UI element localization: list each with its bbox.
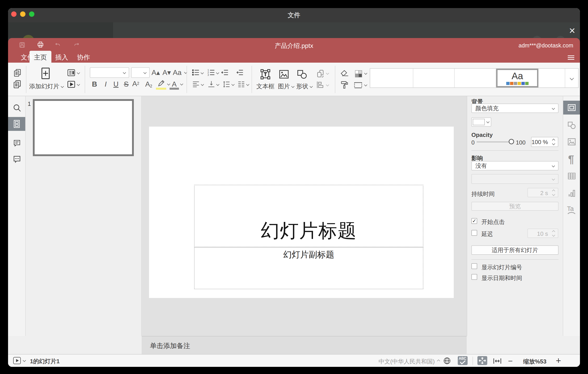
chevron-down-icon[interactable] xyxy=(364,72,367,75)
theme-thumbnail[interactable] xyxy=(538,69,565,88)
change-case-button[interactable]: Aa xyxy=(172,68,183,77)
chevron-up-icon[interactable] xyxy=(552,139,555,142)
bullet-list-icon[interactable] xyxy=(192,69,200,76)
notes-area[interactable]: 单击添加备注 xyxy=(142,336,467,354)
chevron-down-icon[interactable] xyxy=(552,193,555,196)
slide-settings-tab[interactable] xyxy=(563,101,580,115)
insert-shape-icon[interactable] xyxy=(297,69,307,79)
tab-collaboration[interactable]: 协作 xyxy=(75,52,92,63)
highlight-color-icon[interactable] xyxy=(157,79,165,87)
increase-font-button[interactable]: A▴ xyxy=(150,68,161,77)
chevron-down-icon[interactable] xyxy=(231,83,235,86)
line-spacing-icon[interactable] xyxy=(222,80,231,88)
chevron-down-icon[interactable] xyxy=(201,83,204,86)
delay-spinner[interactable]: 10 s xyxy=(527,229,558,238)
columns-icon[interactable] xyxy=(237,80,245,88)
horizontal-align-icon[interactable] xyxy=(192,80,200,88)
background-fill-select[interactable]: 颜色填充 xyxy=(471,104,558,113)
theme-thumbnail[interactable] xyxy=(413,69,455,88)
chevron-down-icon[interactable] xyxy=(246,83,249,86)
insert-shape-button[interactable]: 形状 xyxy=(293,82,315,90)
slide-layout-icon[interactable] xyxy=(67,69,75,77)
font-color-button[interactable]: A xyxy=(170,80,178,88)
clear-style-icon[interactable] xyxy=(340,70,349,77)
chevron-down-icon[interactable] xyxy=(180,82,183,86)
copy-style-icon[interactable] xyxy=(340,80,349,89)
opacity-slider[interactable] xyxy=(476,138,514,146)
font-size-select[interactable] xyxy=(131,67,150,78)
slides-panel-tab[interactable] xyxy=(8,117,25,131)
font-name-select[interactable] xyxy=(90,67,129,78)
spell-check-button[interactable]: ABC xyxy=(458,356,468,365)
background-color-picker[interactable] xyxy=(471,117,491,127)
chevron-down-icon[interactable] xyxy=(326,72,329,75)
globe-icon[interactable] xyxy=(443,357,451,365)
image-settings-icon[interactable] xyxy=(567,138,576,146)
slide-canvas[interactable]: 幻灯片标题 幻灯片副标题 xyxy=(149,127,454,298)
chevron-down-icon[interactable] xyxy=(326,83,329,86)
opacity-spinner[interactable]: 100 % xyxy=(531,137,558,147)
tab-insert[interactable]: 插入 xyxy=(54,52,70,63)
chevron-up-icon[interactable] xyxy=(552,230,555,233)
chevron-down-icon[interactable] xyxy=(167,82,170,86)
fit-to-width-button[interactable] xyxy=(493,358,502,364)
start-slideshow-icon[interactable] xyxy=(67,80,75,88)
add-slide-icon[interactable] xyxy=(41,67,51,80)
text-art-settings-icon[interactable]: Ta xyxy=(567,205,577,215)
delay-checkbox[interactable] xyxy=(471,230,477,236)
show-slide-number-checkbox[interactable] xyxy=(471,263,477,269)
close-icon[interactable]: ✕ xyxy=(567,26,577,36)
chevron-up-icon[interactable] xyxy=(552,189,555,193)
theme-thumbnail-selected[interactable]: Aa xyxy=(496,69,539,88)
theme-thumbnail[interactable] xyxy=(370,69,413,88)
effect-select[interactable]: 没有 xyxy=(471,161,558,170)
menu-icon[interactable] xyxy=(568,55,574,59)
search-icon[interactable] xyxy=(13,104,21,112)
duration-spinner[interactable]: 2 s xyxy=(527,188,558,197)
slide-thumbnail-selected[interactable] xyxy=(33,99,134,156)
slider-thumb[interactable] xyxy=(509,139,514,144)
decrease-font-button[interactable]: A▾ xyxy=(161,68,172,77)
start-slideshow-button[interactable] xyxy=(13,357,21,364)
table-settings-icon[interactable] xyxy=(567,172,576,180)
comments-icon[interactable] xyxy=(13,139,21,147)
chevron-down-icon[interactable] xyxy=(216,83,219,86)
italic-button[interactable]: I xyxy=(102,80,109,88)
copy-icon[interactable] xyxy=(13,69,21,77)
vertical-align-icon[interactable] xyxy=(207,80,215,88)
bold-button[interactable]: B xyxy=(91,80,98,88)
chevron-down-icon[interactable] xyxy=(552,233,555,237)
chevron-down-icon[interactable] xyxy=(216,71,219,74)
chevron-down-icon[interactable] xyxy=(364,83,367,86)
shape-settings-icon[interactable] xyxy=(567,121,576,129)
chevron-down-icon[interactable] xyxy=(77,71,80,74)
effect-variant-select[interactable] xyxy=(471,174,558,184)
subtitle-placeholder[interactable]: 幻灯片副标题 xyxy=(194,247,423,289)
decrease-indent-icon[interactable] xyxy=(221,69,229,76)
chevron-down-icon[interactable] xyxy=(23,359,26,362)
text-box-button[interactable]: 文本框 xyxy=(253,82,278,90)
superscript-button[interactable]: A2 xyxy=(132,80,143,88)
chevron-down-icon[interactable] xyxy=(201,71,204,74)
fit-to-slide-button[interactable] xyxy=(477,356,487,365)
show-date-checkbox[interactable] xyxy=(471,274,477,280)
numbered-list-icon[interactable]: 123 xyxy=(207,69,215,76)
chevron-down-icon[interactable] xyxy=(552,142,555,145)
paragraph-settings-icon[interactable]: ¶ xyxy=(568,153,574,165)
align-shape-icon[interactable] xyxy=(316,81,325,88)
color-scheme-icon[interactable] xyxy=(354,69,363,78)
arrange-shape-icon[interactable] xyxy=(316,69,325,78)
chat-icon[interactable] xyxy=(12,155,21,164)
underline-button[interactable]: U xyxy=(112,80,120,88)
preview-button[interactable]: 预览 xyxy=(471,202,558,211)
chevron-up-icon[interactable] xyxy=(437,360,440,363)
paste-icon[interactable] xyxy=(13,80,21,88)
apply-to-all-slides-button[interactable]: 适用于所有幻灯片 xyxy=(471,245,558,255)
chevron-down-icon[interactable] xyxy=(77,83,80,86)
title-placeholder[interactable]: 幻灯片标题 xyxy=(194,185,423,247)
tab-home[interactable]: 主页 xyxy=(32,52,49,63)
chart-settings-icon[interactable] xyxy=(567,189,576,197)
insert-image-icon[interactable] xyxy=(279,69,289,79)
theme-thumbnail[interactable] xyxy=(455,69,496,88)
start-on-click-checkbox[interactable]: ✓ xyxy=(471,218,477,224)
